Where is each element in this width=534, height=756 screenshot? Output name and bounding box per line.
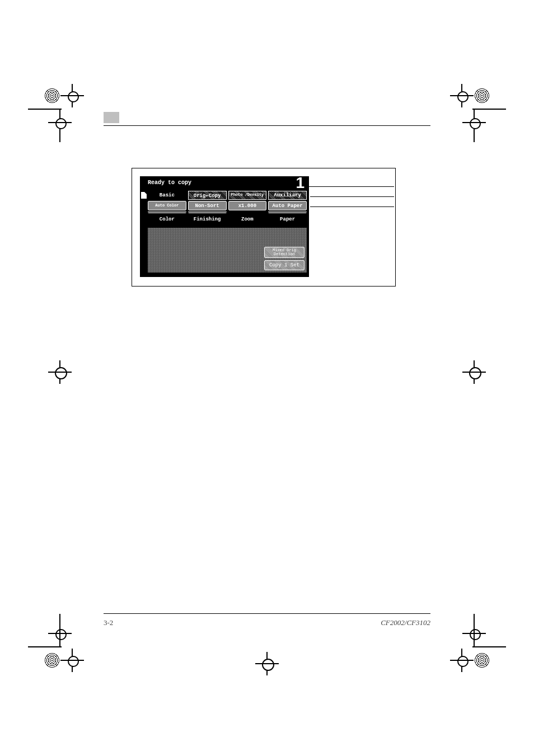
underbar-row — [148, 211, 307, 213]
rule-top — [104, 125, 430, 126]
tab-basic[interactable]: Basic — [148, 191, 186, 200]
underbar-finishing — [188, 211, 227, 213]
registration-mark-top-left — [45, 78, 95, 129]
copy-count-display: 1 — [296, 174, 305, 192]
btn-non-sort[interactable]: Non-Sort — [188, 201, 227, 210]
callout-line — [310, 206, 394, 207]
registration-mark-top-right — [439, 78, 489, 129]
btn-mixed-orig-detection[interactable]: Mixed Orig Detection — [264, 247, 305, 258]
callout-line — [310, 196, 394, 197]
page-number: 3-2 — [104, 618, 113, 627]
btn-auto-paper[interactable]: Auto Paper — [268, 201, 307, 210]
registration-mark-bottom-right — [439, 627, 489, 678]
tab-auxiliary[interactable]: Auxiliary — [268, 191, 307, 200]
cat-paper: Paper — [268, 217, 307, 222]
registration-mark-bottom-left — [45, 627, 95, 678]
value-row: Auto Color Non-Sort x1.000 Auto Paper — [148, 201, 307, 210]
registration-mark-left — [51, 364, 68, 381]
callout-line — [308, 186, 394, 187]
page-body: Ready to copy 1 Basic Orig▸Copy Photo /D… — [104, 112, 430, 627]
cat-zoom: Zoom — [228, 217, 267, 222]
page-footer: 3-2 CF2002/CF3102 — [104, 618, 430, 627]
copier-lcd: Ready to copy 1 Basic Orig▸Copy Photo /D… — [140, 176, 309, 277]
registration-mark-right — [466, 364, 483, 381]
registration-mark-bottom — [259, 655, 275, 672]
tab-row: Basic Orig▸Copy Photo /Density Auxiliary — [148, 191, 307, 200]
lcd-figure-frame: Ready to copy 1 Basic Orig▸Copy Photo /D… — [132, 168, 396, 287]
underbar-color — [148, 211, 186, 213]
rule-bottom — [104, 613, 430, 614]
chapter-tab — [104, 112, 119, 123]
product-model: CF2002/CF3102 — [381, 618, 430, 627]
category-row: Color Finishing Zoom Paper — [148, 217, 307, 222]
underbar-paper — [268, 211, 307, 213]
btn-zoom-x1[interactable]: x1.000 — [228, 201, 267, 210]
cat-finishing: Finishing — [188, 217, 227, 222]
btn-auto-color[interactable]: Auto Color — [148, 201, 186, 210]
lcd-lower-area: Mixed Orig Detection Copy 1 Set — [148, 228, 307, 273]
original-page-icon — [141, 192, 147, 199]
btn-copy-1-set[interactable]: Copy 1 Set — [264, 260, 305, 270]
tab-orig-copy[interactable]: Orig▸Copy — [188, 191, 227, 200]
status-text: Ready to copy — [148, 180, 191, 186]
cat-color: Color — [148, 217, 186, 222]
tab-photo-density[interactable]: Photo /Density — [228, 191, 267, 200]
